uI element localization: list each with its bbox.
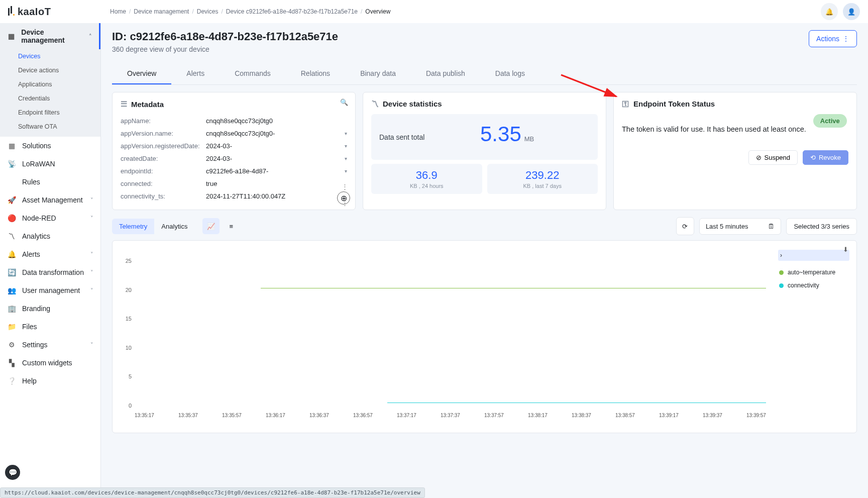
tab-binary-data[interactable]: Binary data [345, 63, 411, 84]
metadata-row: appVersion.name:cnqqh8se0qcc73cj0tg0-▾ [121, 127, 347, 140]
token-status-badge: Active [813, 114, 847, 128]
stat-value: 36.9 [376, 169, 477, 182]
sidebar-item-label: LoRaWAN [22, 160, 55, 168]
endpoint-token-card: ⚿Endpoint Token Status The token is vali… [613, 92, 857, 210]
notifications-button[interactable]: 🔔 [821, 3, 838, 20]
page-subtitle: 360 degree view of your device [112, 45, 338, 53]
calendar-icon: 🗓 [768, 223, 775, 230]
crumb-dm[interactable]: Device management [134, 8, 189, 15]
sidebar-item-analytics[interactable]: 〽Analytics [0, 227, 100, 245]
tab-data-publish[interactable]: Data publish [411, 63, 480, 84]
time-range-picker[interactable]: Last 5 minutes 🗓 [699, 218, 782, 235]
sidebar-item-label: Node-RED [22, 214, 56, 222]
chevron-down-icon[interactable]: ▾ [345, 131, 347, 136]
sidebar-item-endpoint-filters[interactable]: Endpoint filters [0, 106, 100, 120]
sidebar-item-devices[interactable]: Devices [0, 49, 100, 63]
legend-item[interactable]: connectivity [778, 279, 849, 292]
telemetry-chart: ⬇ 2520151050 13:35:1713:35:3713:35:5713:… [112, 240, 857, 433]
chevron-down-icon[interactable]: ▾ [345, 156, 347, 161]
telemetry-analytics-toggle: Telemetry Analytics [112, 219, 194, 234]
list-view-button[interactable]: ≡ [223, 218, 240, 234]
chevron-down-icon[interactable]: ▾ [345, 168, 347, 174]
actions-label: Actions [816, 35, 839, 43]
chevron-down-icon: ˅ [90, 269, 93, 276]
tab-overview[interactable]: Overview [112, 63, 171, 84]
analytics-tab[interactable]: Analytics [154, 219, 194, 234]
sidebar-group-device-management[interactable]: ▦ Device management ˄ [0, 23, 100, 49]
row-menu-icon-2[interactable]: ⋮ [342, 199, 348, 207]
revoke-button[interactable]: ⟲Revoke [803, 150, 848, 165]
tab-relations[interactable]: Relations [286, 63, 345, 84]
metadata-value: cnqqh8se0qcc73cj0tg0- [206, 130, 345, 137]
sidebar-item-settings[interactable]: ⚙Settings˅ [0, 336, 100, 354]
download-chart-button[interactable]: ⬇ [843, 246, 848, 253]
sidebar-item-lorawan[interactable]: 📡LoRaWAN [0, 155, 100, 173]
breadcrumb: Home/ Device management/ Devices/ Device… [110, 8, 812, 15]
search-icon[interactable]: 🔍 [340, 98, 348, 106]
sidebar-item-user-management[interactable]: 👥User management˅ [0, 281, 100, 300]
line-chart-icon: 📈 [207, 223, 215, 230]
metadata-row: connectivity_ts:2024-11-27T11:40:00.047Z [121, 190, 347, 203]
trend-icon: 〽 [371, 99, 379, 108]
data-sent-total-value: 5.35 [480, 122, 521, 146]
sidebar-item-asset-management[interactable]: 🚀Asset Management˅ [0, 191, 100, 209]
metadata-value: 2024-03- [206, 155, 345, 162]
chat-support-button[interactable]: 💬 [5, 465, 20, 480]
metadata-key: appVersion.name: [121, 130, 206, 137]
brand-logo[interactable]: kaaIoT [8, 6, 101, 18]
chevron-down-icon: ˅ [90, 197, 93, 204]
actions-button[interactable]: Actions ⋮ [809, 30, 857, 47]
sidebar-item-label: Asset Management [22, 196, 83, 204]
suspend-button[interactable]: ⊘Suspend [748, 150, 798, 165]
rocket-icon: 🚀 [7, 196, 16, 204]
row-menu-icon[interactable]: ⋮ [342, 183, 348, 190]
sidebar-item-files[interactable]: 📁Files [0, 318, 100, 336]
metadata-key: appVersion.registeredDate: [121, 142, 206, 150]
crumb-devices[interactable]: Devices [197, 8, 219, 15]
list-icon: ≡ [230, 223, 234, 230]
sidebar-item-custom-widgets[interactable]: ▚Custom widgets [0, 354, 100, 372]
device-statistics-card: 〽Device statistics Data sent total 5.35 … [363, 92, 606, 210]
metadata-key: connected: [121, 180, 206, 187]
series-selector[interactable]: Selected 3/3 series [786, 218, 857, 235]
legend-item[interactable]: auto~temperature [778, 266, 849, 279]
sidebar-item-device-actions[interactable]: Device actions [0, 63, 100, 77]
sidebar-group-label: Device management [21, 28, 83, 44]
sidebar-item-label: Help [22, 377, 37, 385]
metadata-key: endpointId: [121, 167, 206, 175]
tab-commands[interactable]: Commands [220, 63, 286, 84]
sidebar-item-node-red[interactable]: 🔴Node-RED˅ [0, 209, 100, 227]
chevron-down-icon[interactable]: ▾ [345, 143, 347, 149]
tab-data-logs[interactable]: Data logs [480, 63, 540, 84]
chart-view-button[interactable]: 📈 [202, 218, 220, 234]
crumb-device[interactable]: Device c9212fe6-a18e-4d87-b23e-f17b12a5e… [226, 8, 358, 15]
legend-label: auto~temperature [788, 269, 835, 276]
transform-icon: 🔄 [7, 268, 16, 276]
metadata-row: endpointId:c9212fe6-a18e-4d87-▾ [121, 165, 347, 177]
sidebar-item-applications[interactable]: Applications [0, 77, 100, 91]
metadata-value: c9212fe6-a18e-4d87- [206, 167, 345, 175]
sidebar-item-software-ota[interactable]: Software OTA [0, 120, 100, 134]
help-icon: ❔ [7, 377, 16, 385]
tab-alerts[interactable]: Alerts [171, 63, 220, 84]
sidebar-item-solutions[interactable]: ▦Solutions [0, 137, 100, 155]
sidebar-item-data-transformation[interactable]: 🔄Data transformation˅ [0, 263, 100, 281]
crumb-home[interactable]: Home [110, 8, 126, 15]
sidebar-item-label: Branding [22, 305, 50, 313]
chevron-down-icon: ˅ [90, 342, 93, 348]
telemetry-tab[interactable]: Telemetry [112, 219, 154, 234]
legend-collapse-button[interactable]: › [778, 250, 849, 261]
sidebar-item-help[interactable]: ❔Help [0, 372, 100, 390]
sidebar-item-label: Data transformation [22, 268, 84, 276]
legend-color-dot [779, 270, 784, 275]
sidebar-item-alerts[interactable]: 🔔Alerts˅ [0, 245, 100, 263]
sidebar-item-branding[interactable]: 🏢Branding [0, 300, 100, 318]
refresh-button[interactable]: ⟳ [676, 217, 694, 235]
sidebar-item-rules[interactable]: Rules [0, 173, 100, 191]
account-button[interactable]: 👤 [843, 3, 860, 20]
series-connectivity [387, 403, 766, 403]
chart-plot-area [135, 258, 766, 409]
chart-legend: › auto~temperatureconnectivity [771, 248, 856, 424]
sidebar-item-label: Solutions [22, 142, 51, 150]
sidebar-item-credentials[interactable]: Credentials [0, 91, 100, 106]
